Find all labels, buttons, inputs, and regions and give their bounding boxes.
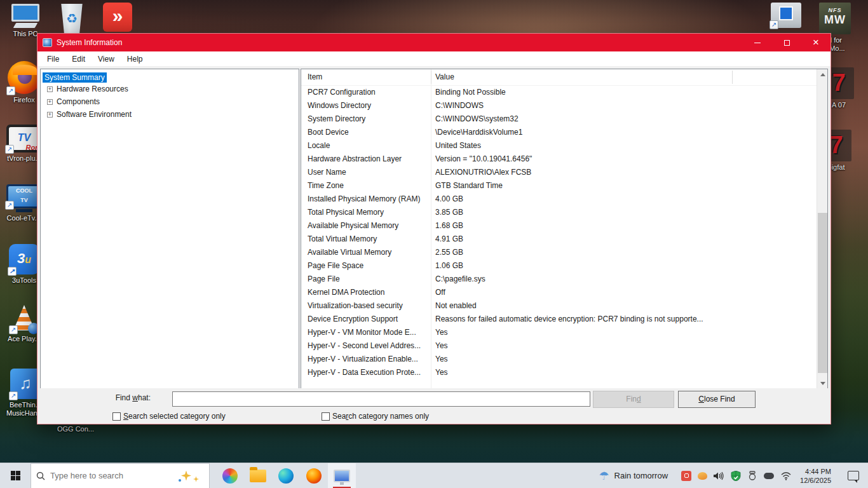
tray-anydesk[interactable] (681, 471, 691, 481)
msinfo-window-icon (43, 38, 52, 47)
tree-item[interactable]: + Components (47, 95, 299, 108)
tree-item[interactable]: + Hardware Resources (47, 83, 299, 95)
table-row[interactable]: Total Virtual Memory 4.91 GB (301, 233, 827, 246)
column-header-value[interactable]: Value (435, 72, 454, 81)
desktop: This PC ♻ » ↗ Firefox TV Ron ↗ tVron-plu… (0, 0, 868, 488)
taskbar: ☂ Rain tomorrow (0, 463, 868, 488)
table-row[interactable]: Hyper-V - Data Execution Prote... Yes (301, 366, 827, 379)
tray-security[interactable] (731, 471, 741, 481)
table-row[interactable]: Available Physical Memory 1.68 GB (301, 219, 827, 233)
desktop-icon-recycle-bin[interactable]: ♻ (56, 4, 88, 33)
table-row[interactable]: System Directory C:\WINDOWS\system32 (301, 112, 827, 126)
copilot-icon (222, 468, 238, 484)
close-find-button[interactable]: Close Find (678, 391, 756, 408)
maximize-button[interactable] (772, 34, 801, 51)
tray-volume[interactable] (714, 471, 724, 480)
taskbar-app-copilot[interactable] (216, 463, 244, 488)
taskbar-app-firefox[interactable] (300, 463, 328, 488)
table-row[interactable]: Virtualization-based security Not enable… (301, 299, 827, 313)
expand-plus-icon[interactable]: + (47, 112, 53, 118)
desktop-icon-ogg[interactable]: OGG Con... (53, 423, 98, 433)
file-explorer-icon (250, 470, 266, 482)
weather-text: Rain tomorrow (614, 471, 668, 480)
close-button[interactable]: × (801, 34, 831, 51)
tray-mouse-device[interactable] (764, 473, 774, 479)
taskbar-search-box[interactable] (31, 463, 210, 488)
menu-edit[interactable]: Edit (65, 53, 92, 65)
taskbar-app-edge[interactable] (272, 463, 300, 488)
desktop-icon-anydesk[interactable]: » (102, 3, 133, 32)
rain-umbrella-icon: ☂ (599, 469, 609, 483)
taskbar-app-file-explorer[interactable] (244, 463, 272, 488)
table-row[interactable]: Page File Space 1.06 GB (301, 259, 827, 273)
table-row[interactable]: Locale United States (301, 139, 827, 152)
table-row[interactable]: Windows Directory C:\WINDOWS (301, 99, 827, 112)
security-shield-icon (731, 471, 741, 481)
list-rows: PCR7 Configuration Binding Not Possible … (301, 86, 827, 379)
vertical-scrollbar[interactable] (817, 69, 827, 389)
printer-icon: ↗ (771, 3, 801, 28)
menu-file[interactable]: File (41, 53, 65, 65)
anydesk-icon: » (103, 3, 132, 32)
nfs-mw-icon: NFS MW (819, 3, 851, 34)
ace-player-icon: ↗ (10, 305, 38, 333)
weather-widget[interactable]: ☂ Rain tomorrow (599, 469, 668, 483)
scroll-down-icon[interactable] (817, 378, 828, 389)
system-information-window: System Information × File Edit View Help… (37, 33, 831, 424)
shortcut-arrow-icon: ↗ (5, 201, 14, 210)
table-row[interactable]: Hyper-V - Virtualization Enable... Yes (301, 353, 827, 366)
tray-device[interactable] (747, 471, 757, 481)
this-pc-icon (9, 4, 42, 28)
table-row[interactable]: Hyper-V - Second Level Addres... Yes (301, 339, 827, 353)
copilot-sparkle-icon (193, 477, 199, 482)
edge-icon (278, 468, 294, 484)
menu-help[interactable]: Help (121, 53, 149, 65)
scrollbar-thumb[interactable] (818, 213, 827, 373)
table-row[interactable]: Page File C:\pagefile.sys (301, 273, 827, 286)
table-row[interactable]: Total Physical Memory 3.85 GB (301, 206, 827, 219)
taskbar-app-system-information[interactable] (328, 463, 356, 488)
msinfo-icon (334, 470, 350, 482)
find-what-label: Find what: (76, 393, 151, 402)
search-input[interactable] (50, 471, 158, 480)
search-selected-category-checkbox[interactable]: Search selected category only (112, 412, 226, 421)
table-row[interactable]: Installed Physical Memory (RAM) 4.00 GB (301, 193, 827, 206)
find-button[interactable]: Find (593, 391, 674, 408)
checkbox-icon[interactable] (322, 412, 330, 421)
orange-app-icon (698, 472, 707, 480)
checkbox-icon[interactable] (112, 412, 121, 421)
tray-app[interactable] (698, 472, 707, 480)
table-row[interactable]: Boot Device \Device\HarddiskVolume1 (301, 126, 827, 139)
table-row[interactable]: Hardware Abstraction Layer Version = "10… (301, 152, 827, 166)
table-row[interactable]: PCR7 Configuration Binding Not Possible (301, 86, 827, 99)
find-input[interactable] (172, 391, 590, 407)
window-titlebar[interactable]: System Information × (37, 34, 831, 51)
shortcut-arrow-icon: ↗ (9, 391, 18, 400)
taskbar-clock[interactable]: 4:44 PM 12/6/2025 (800, 467, 831, 485)
table-row[interactable]: Device Encryption Support Reasons for fa… (301, 313, 827, 326)
table-row[interactable]: Kernel DMA Protection Off (301, 286, 827, 299)
expand-plus-icon[interactable]: + (47, 99, 53, 105)
notification-center-icon[interactable] (848, 471, 859, 480)
desktop-icon-printer[interactable]: ↗ (769, 3, 803, 28)
tree-item[interactable]: + Software Environment (47, 108, 299, 121)
tree-item-system-summary[interactable]: System Summary (43, 72, 107, 83)
expand-plus-icon[interactable]: + (47, 86, 53, 92)
table-row[interactable]: Available Virtual Memory 2.55 GB (301, 246, 827, 259)
column-header-item[interactable]: Item (308, 72, 322, 81)
beethink-icon: ♫ ↗ (10, 369, 41, 399)
volume-icon (714, 471, 724, 480)
shortcut-arrow-icon: ↗ (8, 267, 17, 276)
table-row[interactable]: Hyper-V - VM Monitor Mode E... Yes (301, 326, 827, 339)
minimize-button[interactable] (743, 34, 772, 51)
menu-view[interactable]: View (92, 53, 121, 65)
desktop-icon-label: OGG Con... (53, 425, 98, 433)
scroll-up-icon[interactable] (817, 69, 828, 80)
table-row[interactable]: Time Zone GTB Standard Time (301, 179, 827, 193)
wifi-icon (780, 471, 792, 480)
search-category-names-checkbox[interactable]: Search category names only (322, 412, 429, 421)
find-bar: Find what: Find Close Find Search select… (37, 388, 831, 424)
start-button[interactable] (0, 463, 31, 488)
table-row[interactable]: User Name ALEXIONUTRIO\Alex FCSB (301, 166, 827, 179)
tray-network[interactable] (780, 471, 792, 480)
